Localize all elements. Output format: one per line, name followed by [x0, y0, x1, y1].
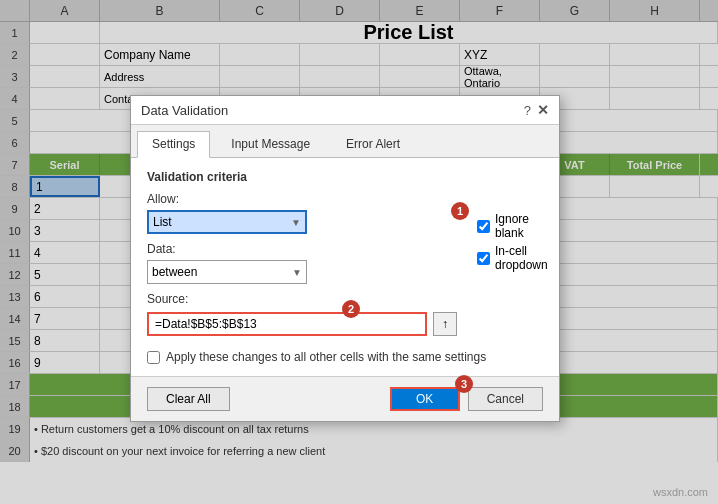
- validation-criteria-label: Validation criteria: [147, 170, 543, 184]
- dialog-help-button[interactable]: ?: [524, 103, 531, 118]
- dialog-body: Validation criteria Allow: List ▼ 1 Data…: [131, 158, 559, 376]
- incell-dropdown-row: In-cell dropdown: [477, 244, 548, 272]
- source-input[interactable]: [147, 312, 427, 336]
- apply-label: Apply these changes to all other cells w…: [166, 350, 486, 364]
- dialog-title-controls: ? ✕: [524, 102, 549, 118]
- tab-settings[interactable]: Settings: [137, 131, 210, 158]
- tab-input-message[interactable]: Input Message: [216, 131, 325, 157]
- dialog-close-button[interactable]: ✕: [537, 102, 549, 118]
- checkbox-group: Ignore blank In-cell dropdown: [477, 192, 548, 272]
- data-select-arrow: ▼: [292, 267, 302, 278]
- source-label: Source:: [147, 292, 457, 306]
- ignore-blank-label: Ignore blank: [495, 212, 548, 240]
- dialog-titlebar: Data Validation ? ✕: [131, 96, 559, 125]
- cancel-button[interactable]: Cancel: [468, 387, 543, 411]
- allow-value: List: [153, 215, 172, 229]
- incell-dropdown-checkbox[interactable]: [477, 252, 490, 265]
- apply-row: Apply these changes to all other cells w…: [147, 350, 543, 364]
- allow-label: Allow:: [147, 192, 457, 206]
- tab-error-alert[interactable]: Error Alert: [331, 131, 415, 157]
- allow-select-arrow: ▼: [291, 217, 301, 228]
- ignore-blank-checkbox[interactable]: [477, 220, 490, 233]
- allow-select[interactable]: List ▼: [147, 210, 307, 234]
- source-collapse-button[interactable]: ↑: [433, 312, 457, 336]
- clear-all-button[interactable]: Clear All: [147, 387, 230, 411]
- data-label: Data:: [147, 242, 457, 256]
- dialog-tabs: Settings Input Message Error Alert: [131, 125, 559, 158]
- data-validation-dialog: Data Validation ? ✕ Settings Input Messa…: [130, 95, 560, 422]
- dialog-title: Data Validation: [141, 103, 228, 118]
- incell-dropdown-label: In-cell dropdown: [495, 244, 548, 272]
- apply-checkbox[interactable]: [147, 351, 160, 364]
- data-select[interactable]: between ▼: [147, 260, 307, 284]
- badge-2: 2: [342, 300, 360, 318]
- badge-1: 1: [451, 202, 469, 220]
- dialog-footer: Clear All 3 OK Cancel: [131, 376, 559, 421]
- data-value: between: [152, 265, 197, 279]
- ok-button[interactable]: OK: [390, 387, 460, 411]
- badge-3: 3: [455, 375, 473, 393]
- ignore-blank-row: Ignore blank: [477, 212, 548, 240]
